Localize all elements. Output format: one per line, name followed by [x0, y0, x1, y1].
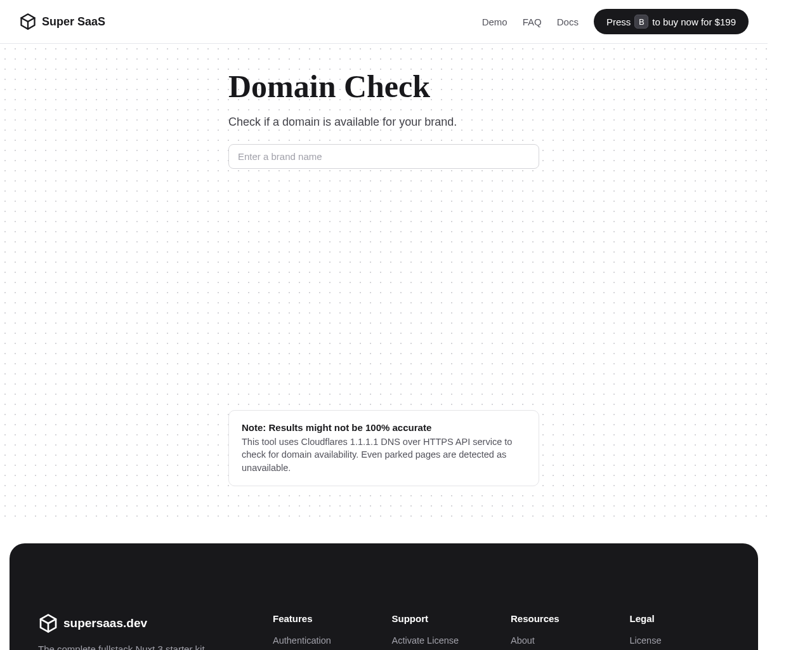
footer-col-title: Legal	[630, 613, 730, 624]
footer-col-legal: Legal License	[630, 613, 730, 650]
footer-col-title: Support	[392, 613, 492, 624]
note-title: Note: Results might not be 100% accurate	[242, 422, 526, 433]
cube-icon	[19, 13, 37, 30]
cube-icon	[38, 613, 58, 633]
nav-demo[interactable]: Demo	[482, 17, 508, 27]
results-placeholder	[228, 169, 539, 410]
note-body: This tool uses Cloudflares 1.1.1.1 DNS o…	[242, 435, 526, 474]
footer-col-resources: Resources About	[511, 613, 611, 650]
footer-link-activate-license[interactable]: Activate License	[392, 635, 492, 646]
footer-brand: supersaas.dev The complete fullstack Nux…	[38, 613, 247, 650]
main-content: Domain Check Check if a domain is availa…	[0, 44, 768, 518]
header: Super SaaS Demo FAQ Docs Press B to buy …	[0, 0, 768, 44]
note-box: Note: Results might not be 100% accurate…	[228, 410, 539, 486]
footer: supersaas.dev The complete fullstack Nux…	[10, 543, 758, 650]
page-title: Domain Check	[228, 69, 539, 104]
brand-logo-link[interactable]: Super SaaS	[19, 13, 105, 30]
buy-suffix: to buy now for $199	[652, 17, 736, 27]
footer-tagline: The complete fullstack Nuxt 3 starter ki…	[38, 642, 247, 650]
footer-col-support: Support Activate License	[392, 613, 492, 650]
header-nav: Demo FAQ Docs Press B to buy now for $19…	[482, 9, 749, 34]
brand-name-input[interactable]	[228, 144, 539, 169]
keyboard-key-b: B	[634, 15, 648, 29]
nav-faq[interactable]: FAQ	[523, 17, 542, 27]
page-subtitle: Check if a domain is available for your …	[228, 116, 539, 129]
footer-link-about[interactable]: About	[511, 635, 611, 646]
footer-col-features: Features Authentication	[273, 613, 373, 650]
nav-docs[interactable]: Docs	[557, 17, 579, 27]
buy-now-button[interactable]: Press B to buy now for $199	[594, 9, 749, 34]
brand-name: Super SaaS	[42, 15, 105, 29]
footer-link-authentication[interactable]: Authentication	[273, 635, 373, 646]
footer-col-title: Features	[273, 613, 373, 624]
buy-prefix: Press	[606, 17, 631, 27]
footer-link-license[interactable]: License	[630, 635, 730, 646]
footer-brand-name: supersaas.dev	[63, 616, 147, 630]
footer-col-title: Resources	[511, 613, 611, 624]
footer-columns: Features Authentication Support Activate…	[273, 613, 730, 650]
